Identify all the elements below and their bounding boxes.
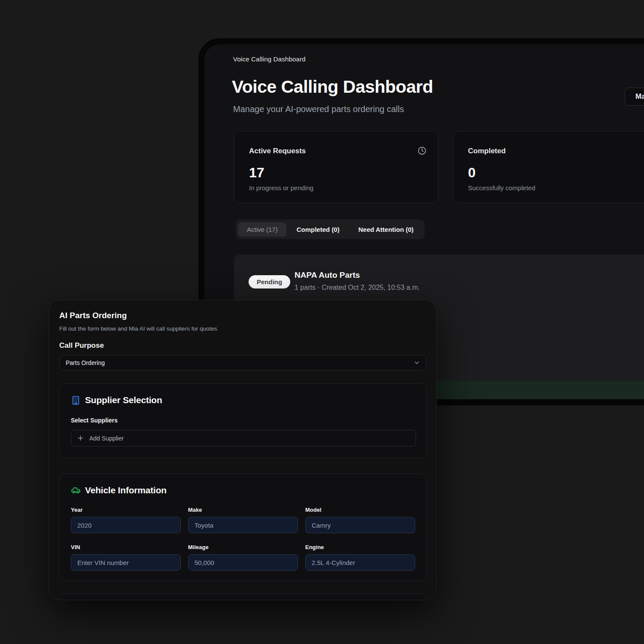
add-supplier-label: Add Supplier	[89, 435, 124, 442]
make-input[interactable]	[188, 517, 298, 533]
stat-description: In progress or pending	[249, 184, 423, 191]
modal-title: AI Parts Ordering	[59, 311, 426, 320]
supplier-selection-section: Supplier Selection Select Suppliers Add …	[59, 383, 427, 458]
plus-icon	[77, 435, 84, 441]
vehicle-fields-grid: Year Make Model VIN Mileage Engine	[71, 507, 415, 571]
building-icon	[71, 395, 81, 405]
tab-completed[interactable]: Completed (0)	[288, 222, 348, 237]
engine-input[interactable]	[305, 554, 415, 571]
car-icon	[71, 486, 81, 495]
vehicle-information-section: Vehicle Information Year Make Model VIN …	[59, 474, 427, 581]
field-label: Year	[71, 507, 181, 513]
call-purpose-value: Parts Ordering	[66, 359, 105, 366]
field-label: Make	[188, 507, 298, 513]
field-label: VIN	[71, 544, 181, 550]
request-supplier-name: NAPA Auto Parts	[295, 270, 360, 280]
stat-label: Completed	[468, 147, 644, 155]
stat-card-active-requests: Active Requests 17 In progress or pendin…	[234, 131, 438, 203]
vin-input[interactable]	[71, 554, 181, 571]
field-label: Mileage	[188, 544, 298, 550]
field-label: Model	[305, 507, 415, 513]
field-mileage: Mileage	[188, 544, 298, 571]
tab-active[interactable]: Active (17)	[238, 222, 286, 237]
field-year: Year	[71, 507, 181, 533]
clock-icon	[417, 146, 427, 155]
make-call-button[interactable]: Ma	[625, 88, 644, 106]
field-vin: VIN	[71, 544, 181, 571]
chevron-down-icon	[413, 359, 420, 366]
field-label: Engine	[305, 544, 415, 550]
call-purpose-select[interactable]: Parts Ordering	[59, 355, 427, 371]
section-title: Vehicle Information	[85, 485, 167, 495]
field-make: Make	[188, 507, 298, 533]
status-badge: Pending	[249, 275, 290, 289]
section-title-row: Supplier Selection	[71, 395, 415, 405]
field-engine: Engine	[305, 544, 415, 571]
modal-subtitle: Fill out the form below and Mia AI will …	[59, 325, 426, 332]
add-supplier-button[interactable]: Add Supplier	[71, 430, 416, 447]
tab-need-attention[interactable]: Need Attention (0)	[350, 222, 422, 237]
page-eyebrow: Voice Calling Dashboard	[233, 55, 306, 63]
ai-parts-ordering-modal: AI Parts Ordering Fill out the form belo…	[49, 300, 437, 600]
page-title: Voice Calling Dashboard	[232, 77, 433, 97]
year-input[interactable]	[71, 517, 181, 533]
stat-value: 17	[249, 165, 423, 181]
stat-label: Active Requests	[249, 147, 423, 155]
stat-card-completed: Completed 0 Successfully completed	[453, 131, 644, 203]
next-section-partial-card	[59, 593, 427, 600]
request-meta: 1 parts · Created Oct 2, 2025, 10:53 a.m…	[295, 284, 420, 292]
section-title-row: Vehicle Information	[71, 485, 415, 495]
stat-description: Successfully completed	[468, 184, 644, 191]
call-purpose-label: Call Purpose	[59, 341, 426, 350]
request-tabs: Active (17) Completed (0) Need Attention…	[236, 219, 425, 239]
stats-row: Active Requests 17 In progress or pendin…	[234, 131, 644, 203]
page-subtitle: Manage your AI-powered parts ordering ca…	[233, 104, 404, 114]
field-model: Model	[305, 507, 415, 533]
model-input[interactable]	[305, 517, 415, 533]
select-suppliers-label: Select Suppliers	[71, 417, 415, 424]
section-title: Supplier Selection	[85, 395, 162, 405]
stat-value: 0	[468, 165, 644, 181]
mileage-input[interactable]	[188, 554, 298, 571]
